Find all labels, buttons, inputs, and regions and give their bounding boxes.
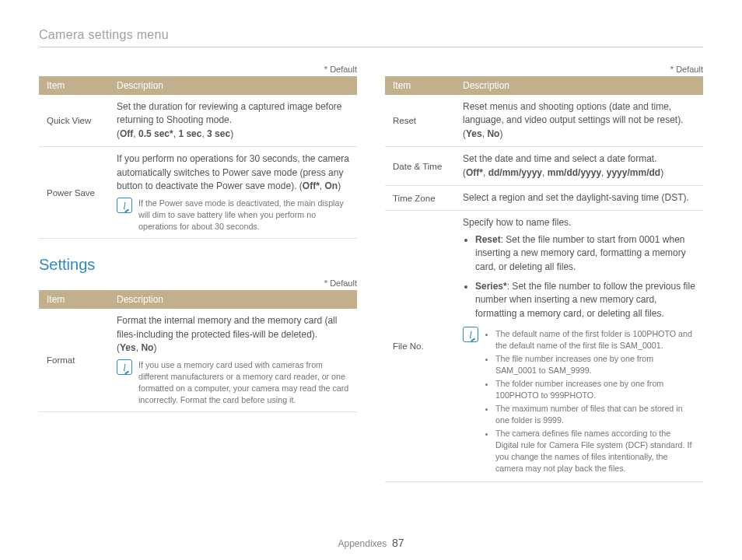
table-settings-left: Item Description Format Format the inter…	[39, 290, 357, 412]
table-row: Quick View Set the duration for reviewin…	[39, 95, 357, 147]
table-settings-right: Item Description Reset Reset menus and s…	[385, 76, 703, 482]
header-item: Item	[39, 76, 109, 95]
table-header-row: Item Description	[385, 76, 703, 95]
default-tag: * Default	[39, 278, 357, 288]
cell-desc: Set the duration for reviewing a capture…	[109, 95, 357, 147]
opt: Off*	[466, 167, 483, 178]
page-number: 87	[392, 537, 404, 549]
cell-item: Reset	[385, 95, 455, 147]
cell-desc: Select a region and set the daylight-sav…	[455, 185, 703, 210]
page-title: Camera settings menu	[39, 28, 703, 47]
list-item: The folder number increases one by one f…	[495, 378, 695, 401]
section-title-settings: Settings	[39, 256, 357, 274]
table-row: Power Save If you perform no operations …	[39, 147, 357, 239]
content-columns: * Default Item Description Quick View Se…	[39, 65, 703, 482]
table-row: Time Zone Select a region and set the da…	[385, 185, 703, 210]
desc-text: Set the date and time and select a date …	[463, 153, 657, 164]
opt: No	[487, 128, 499, 139]
opt: dd/mm/yyyy	[488, 167, 542, 178]
list-item: Series*: Set the file number to follow t…	[475, 280, 695, 320]
cell-desc: Set the date and time and select a date …	[455, 147, 703, 186]
list-item: The file number increases one by one fro…	[495, 353, 695, 376]
opt: Yes	[120, 342, 136, 353]
opt: mm/dd/yyyy	[548, 167, 601, 178]
bullet-text: : Set the file number to follow the prev…	[475, 281, 695, 319]
note-icon: l	[117, 359, 132, 375]
desc-text: Reset menus and shooting options (date a…	[463, 101, 684, 125]
desc-text: Format the internal memory and the memor…	[117, 315, 337, 339]
note-list: The default name of the first folder is …	[485, 328, 695, 476]
opt: Yes	[466, 128, 482, 139]
opt: No	[141, 342, 153, 353]
bullet-list: Reset: Set the file number to start from…	[463, 233, 695, 320]
header-desc: Description	[109, 76, 357, 95]
cell-item: Power Save	[39, 147, 109, 239]
page-footer: Appendixes 87	[0, 537, 742, 549]
note: l The default name of the first folder i…	[463, 327, 695, 476]
note-text: If the Power save mode is deactivated, t…	[138, 198, 349, 233]
right-column: * Default Item Description Reset Reset m…	[385, 65, 703, 482]
header-item: Item	[39, 290, 109, 309]
header-desc: Description	[109, 290, 357, 309]
table-row: Format Format the internal memory and th…	[39, 309, 357, 412]
table-row: File No. Specify how to name files. Rese…	[385, 211, 703, 482]
bullet-label: Reset	[475, 234, 501, 245]
left-column: * Default Item Description Quick View Se…	[39, 65, 357, 482]
header-desc: Description	[455, 76, 703, 95]
cell-desc: Format the internal memory and the memor…	[109, 309, 357, 412]
opt: 0.5 sec*	[138, 128, 173, 139]
note: l If the Power save mode is deactivated,…	[117, 198, 349, 233]
table-header-row: Item Description	[39, 290, 357, 309]
table-row: Reset Reset menus and shooting options (…	[385, 95, 703, 147]
desc-text: Specify how to name files.	[463, 217, 571, 228]
bullet-text: : Set the file number to start from 0001…	[475, 234, 686, 272]
opt: yyyy/mm/dd	[607, 167, 660, 178]
list-item: The maximum number of files that can be …	[495, 403, 695, 426]
opt: Off*	[303, 180, 320, 191]
cell-desc: If you perform no operations for 30 seco…	[109, 147, 357, 239]
default-tag: * Default	[39, 65, 357, 74]
list-item: The camera defines file names according …	[495, 428, 695, 474]
opt: 3 sec	[207, 128, 230, 139]
cell-item: Time Zone	[385, 185, 455, 210]
list-item: Reset: Set the file number to start from…	[475, 233, 695, 274]
desc-text: Set the duration for reviewing a capture…	[117, 101, 342, 125]
cell-item: File No.	[385, 211, 455, 482]
cell-desc: Specify how to name files. Reset: Set th…	[455, 211, 703, 482]
note: l If you use a memory card used with cam…	[117, 359, 349, 406]
opt: 1 sec	[178, 128, 201, 139]
note-text: If you use a memory card used with camer…	[138, 359, 349, 406]
footer-label: Appendixes	[338, 538, 387, 549]
cell-item: Date & Time	[385, 147, 455, 186]
cell-desc: Reset menus and shooting options (date a…	[455, 95, 703, 147]
cell-item: Format	[39, 309, 109, 412]
opt: Off	[120, 128, 133, 139]
note-icon: l	[463, 327, 478, 342]
header-item: Item	[385, 76, 455, 95]
note-icon: l	[117, 198, 132, 213]
list-item: The default name of the first folder is …	[495, 328, 695, 352]
opt: On	[324, 180, 338, 191]
table-row: Date & Time Set the date and time and se…	[385, 147, 703, 186]
table-header-row: Item Description	[39, 76, 357, 95]
table-camera-settings: Item Description Quick View Set the dura…	[39, 76, 357, 239]
default-tag: * Default	[385, 65, 703, 74]
cell-item: Quick View	[39, 95, 109, 147]
bullet-label: Series*	[475, 281, 507, 292]
